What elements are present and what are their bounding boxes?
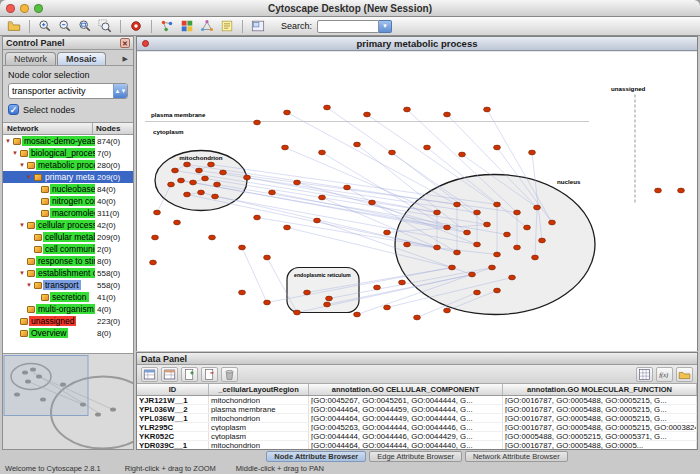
column-header[interactable]: ID [137,384,209,395]
column-header[interactable]: _cellularLayoutRegion [209,384,309,395]
graph-node[interactable] [152,235,159,240]
overview-icon[interactable] [249,18,267,34]
graph-node[interactable] [254,120,261,125]
graph-node[interactable] [264,300,271,305]
tree-header-nodes[interactable]: Nodes [93,123,133,134]
tab-node-attribute-browser[interactable]: Node Attribute Browser [266,451,366,462]
graph-node[interactable] [344,185,351,190]
select-attributes-icon[interactable] [141,367,158,382]
graph-node[interactable] [529,150,536,155]
graph-node[interactable] [354,142,361,147]
graph-node[interactable] [214,182,221,187]
tree-row[interactable]: ▼cellular metabolic proces209(0) [3,231,133,243]
graph-node[interactable] [474,290,481,295]
graph-node[interactable] [154,210,161,215]
graph-node[interactable] [434,245,441,250]
zoom-fit-icon[interactable] [76,18,94,34]
float-panel-icon[interactable]: ✕ [120,38,130,48]
birdseye-view[interactable] [3,353,133,449]
tree-row[interactable]: ▼primary metabolic process209(0) [3,171,133,183]
graph-node[interactable] [324,105,331,110]
table-row[interactable]: YDR039C__1mitochondrion[GO:0044464, GO:0… [137,441,697,449]
tree-expander-icon[interactable]: ▼ [26,279,34,291]
graph-node[interactable] [212,194,219,199]
trash-icon[interactable] [221,367,238,382]
graph-node[interactable] [178,178,185,183]
graph-node[interactable] [244,175,251,180]
graph-node[interactable] [494,145,501,150]
tree-row[interactable]: ▼response to stimulus8(0) [3,255,133,267]
column-header[interactable]: annotation.GO MOLECULAR_FUNCTION [503,384,697,395]
graph-node[interactable] [208,162,215,167]
tree-row[interactable]: ▼nucleobase metabolic proc84(0) [3,183,133,195]
graph-node[interactable] [319,195,326,200]
tree-row[interactable]: ▼cell communication2(0) [3,243,133,255]
graph-node[interactable] [504,232,511,237]
tree-row[interactable]: ▼establishment of localiza558(0) [3,267,133,279]
tree-row[interactable]: ▼unassigned223(0) [3,315,133,327]
tab-network[interactable]: Network [5,52,56,65]
tab-scroll-right-button[interactable]: ▶ [120,53,131,65]
graph-node[interactable] [324,302,331,307]
graph-node[interactable] [389,150,396,155]
graph-node[interactable] [449,265,456,270]
graph-node[interactable] [514,245,521,250]
graph-node[interactable] [469,272,476,277]
tab-mosaic[interactable]: Mosaic [57,52,106,65]
table-row[interactable]: YKR052Ccytoplasm[GO:0044444, GO:0044446,… [137,432,697,441]
graph-node[interactable] [196,168,203,173]
graph-node[interactable] [319,150,326,155]
graph-node[interactable] [239,290,246,295]
graph-node[interactable] [549,220,556,225]
tree-row[interactable]: ▼mosaic-demo-yeast874(0) [3,135,133,147]
network-icon[interactable] [158,18,176,34]
graph-node[interactable] [384,305,391,310]
graph-node[interactable] [209,235,216,240]
graph-node[interactable] [474,210,481,215]
graph-node[interactable] [354,312,361,317]
layout-icon[interactable] [198,18,216,34]
graph-node[interactable] [399,280,406,285]
open-session-icon[interactable] [5,18,23,34]
search-input[interactable] [317,20,379,33]
table-row[interactable]: YPL036W__1mitochondrion[GO:0044464, GO:0… [137,414,697,423]
graph-node[interactable] [282,145,289,150]
node-color-dropdown[interactable]: transporter activity ▲▼ [8,83,128,99]
graph-node[interactable] [172,168,179,173]
tree-header-network[interactable]: Network [3,123,93,134]
graph-node[interactable] [190,180,197,185]
tree-expander-icon[interactable]: ▼ [19,267,27,279]
graph-node[interactable] [374,285,381,290]
graph-node[interactable] [509,275,516,280]
graph-node[interactable] [254,215,261,220]
graph-node[interactable] [198,190,205,195]
table-row[interactable]: YPL036W__2plasma membrane[GO:0044464, GO… [137,405,697,414]
graph-node[interactable] [474,242,481,247]
graph-node[interactable] [514,210,521,215]
graph-node[interactable] [524,225,531,230]
graph-node[interactable] [454,202,461,207]
graph-node[interactable] [404,242,411,247]
graph-node[interactable] [384,230,391,235]
graph-node[interactable] [539,238,546,243]
network-canvas[interactable]: plasma membranecytoplasmmitochondrionnuc… [137,52,697,351]
zoom-out-icon[interactable] [56,18,74,34]
annotation-icon[interactable] [218,18,236,34]
zoom-region-icon[interactable] [96,18,114,34]
minimize-window-button[interactable] [20,4,29,13]
zoom-in-icon[interactable] [36,18,54,34]
graph-node[interactable] [369,200,376,205]
zoom-window-button[interactable] [34,4,43,13]
tree-row[interactable]: ▼nitrogen compound metab40(0) [3,195,133,207]
graph-node[interactable] [294,180,301,185]
matrix-icon[interactable] [636,367,653,382]
graph-node[interactable] [444,308,451,313]
graph-node[interactable] [269,190,276,195]
graph-node[interactable] [454,250,461,255]
graph-node[interactable] [364,112,371,117]
graph-node[interactable] [494,252,501,257]
tree-row[interactable]: ▼macromolecule metabolic311(0) [3,207,133,219]
graph-node[interactable] [494,288,501,293]
network-view-titlebar[interactable]: primary metabolic process [137,37,697,51]
tree-expander-icon[interactable]: ▼ [5,135,13,147]
